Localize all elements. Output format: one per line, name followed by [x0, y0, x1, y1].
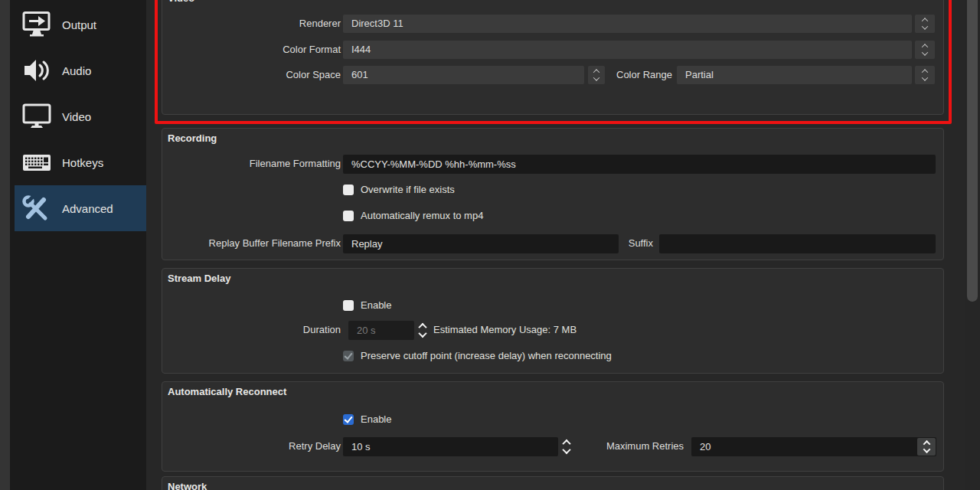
chevron-down-icon: [418, 329, 426, 338]
color-space-combobox[interactable]: 601: [343, 66, 584, 84]
overwrite-label: Overwrite if file exists: [361, 184, 455, 195]
renderer-label: Renderer: [162, 18, 341, 29]
color-format-combobox[interactable]: I444: [343, 41, 912, 59]
max-retries-spinbox[interactable]: 20: [691, 437, 936, 456]
color-range-combobox[interactable]: Partial: [677, 66, 912, 84]
section-title: Stream Delay: [168, 273, 230, 284]
sidebar-item-label: Advanced: [62, 202, 113, 215]
sidebar-item-label: Video: [62, 110, 91, 123]
replay-prefix-label: Replay Buffer Filename Prefix: [162, 237, 341, 249]
retry-delay-label: Retry Delay: [162, 440, 341, 452]
window-edge: [0, 0, 10, 490]
preserve-cutoff-label: Preserve cutoff point (increase delay) w…: [361, 350, 612, 361]
stream-delay-enable-checkbox[interactable]: [343, 300, 354, 311]
reconnect-enable-row[interactable]: Enable: [343, 413, 391, 425]
video-monitor-icon: [21, 102, 53, 131]
replay-prefix-input[interactable]: Replay: [343, 234, 619, 253]
section-network: Network: [162, 476, 944, 490]
color-format-label: Color Format: [162, 44, 341, 55]
section-stream-delay: Stream Delay Enable Duration 20 s Estima…: [162, 268, 944, 374]
suffix-label: Suffix: [619, 237, 653, 249]
max-retries-value: 20: [700, 441, 710, 452]
replay-prefix-value: Replay: [351, 238, 382, 250]
remux-checkbox-row[interactable]: Automatically remux to mp4: [343, 210, 483, 221]
filename-formatting-value: %CCYY-%MM-%DD %hh-%mm-%ss: [351, 158, 516, 170]
color-format-value: I444: [351, 44, 371, 55]
filename-formatting-input[interactable]: %CCYY-%MM-%DD %hh-%mm-%ss: [343, 155, 936, 174]
color-range-spin-buttons[interactable]: [915, 66, 935, 84]
sidebar-item-label: Output: [62, 18, 96, 31]
retry-delay-value: 10 s: [351, 441, 371, 452]
filename-formatting-label: Filename Formatting: [162, 158, 341, 169]
sidebar-item-advanced[interactable]: Advanced: [15, 185, 146, 231]
preserve-cutoff-checkbox[interactable]: [343, 351, 354, 361]
duration-spin-buttons[interactable]: [416, 321, 430, 340]
section-title: Recording: [168, 132, 217, 144]
color-range-value: Partial: [685, 69, 714, 80]
chevron-down-icon: [922, 74, 928, 80]
suffix-input[interactable]: [659, 234, 936, 253]
memory-usage-text: Estimated Memory Usage: 7 MB: [433, 324, 577, 335]
sidebar-item-label: Audio: [62, 64, 91, 77]
max-retries-spin-buttons[interactable]: [917, 438, 936, 456]
retry-delay-spinbox[interactable]: 10 s: [343, 437, 558, 456]
color-format-spin-buttons[interactable]: [915, 41, 935, 59]
section-video: Video Renderer Direct3D 11 Color Format …: [162, 0, 944, 115]
sidebar-item-hotkeys[interactable]: Hotkeys: [15, 139, 146, 185]
renderer-combobox[interactable]: Direct3D 11: [343, 15, 912, 33]
scrollbar-thumb[interactable]: [967, 0, 978, 302]
section-title: Network: [168, 481, 207, 490]
overwrite-checkbox[interactable]: [343, 185, 354, 195]
sidebar-item-output[interactable]: Output: [15, 2, 146, 47]
output-monitor-arrow-icon: [21, 10, 53, 39]
color-range-label: Color Range: [596, 69, 672, 80]
section-title: Video: [168, 0, 194, 4]
section-recording: Recording Filename Formatting %CCYY-%MM-…: [162, 128, 944, 260]
renderer-value: Direct3D 11: [351, 18, 403, 29]
color-space-value: 601: [351, 69, 368, 80]
settings-sidebar: Output Audio Video: [10, 0, 146, 490]
duration-value: 20 s: [357, 325, 376, 336]
duration-spinbox[interactable]: 20 s: [348, 321, 414, 340]
chevron-down-icon: [922, 49, 928, 55]
chevron-down-icon: [562, 446, 570, 454]
duration-label: Duration: [162, 324, 341, 335]
section-title: Automatically Reconnect: [168, 386, 286, 397]
stream-delay-enable-row[interactable]: Enable: [343, 299, 391, 311]
hotkeys-keyboard-icon: [21, 148, 53, 177]
chevron-down-icon: [922, 23, 928, 29]
renderer-spin-buttons[interactable]: [915, 15, 935, 33]
max-retries-label: Maximum Retries: [580, 440, 684, 452]
sidebar-item-audio[interactable]: Audio: [15, 47, 146, 93]
advanced-tools-icon: [21, 194, 53, 223]
stream-delay-enable-label: Enable: [361, 299, 391, 311]
remux-label: Automatically remux to mp4: [361, 210, 483, 221]
audio-speaker-icon: [21, 56, 53, 85]
retry-delay-spin-buttons[interactable]: [560, 437, 573, 456]
color-space-label: Color Space: [162, 69, 341, 80]
overwrite-checkbox-row[interactable]: Overwrite if file exists: [343, 184, 455, 195]
remux-checkbox[interactable]: [343, 211, 354, 221]
chevron-down-icon: [923, 446, 930, 453]
vertical-scrollbar[interactable]: [965, 0, 980, 490]
sidebar-item-label: Hotkeys: [62, 156, 103, 169]
sidebar-item-video[interactable]: Video: [15, 93, 146, 139]
reconnect-enable-checkbox[interactable]: [343, 414, 354, 425]
reconnect-enable-label: Enable: [361, 413, 391, 425]
section-auto-reconnect: Automatically Reconnect Enable Retry Del…: [162, 381, 944, 472]
preserve-cutoff-row[interactable]: Preserve cutoff point (increase delay) w…: [343, 350, 612, 361]
